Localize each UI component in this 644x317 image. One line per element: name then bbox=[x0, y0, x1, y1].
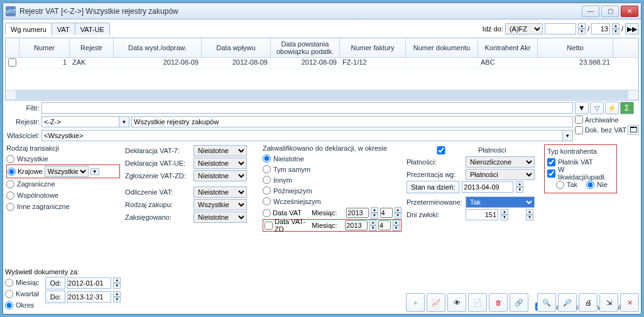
sigma-button[interactable]: Σ bbox=[620, 102, 634, 114]
col-numer[interactable]: Numer bbox=[19, 38, 70, 57]
wys-miesiac[interactable] bbox=[5, 279, 13, 287]
dekl-rodzz[interactable]: Wszystkie bbox=[194, 199, 247, 210]
aux-button[interactable]: 🗔 bbox=[628, 125, 639, 135]
rodzaj-inne[interactable] bbox=[6, 203, 14, 211]
dni-input[interactable] bbox=[466, 209, 498, 220]
filter-clear-button[interactable]: ⚡ bbox=[605, 102, 619, 114]
tab-vat[interactable]: VAT bbox=[52, 23, 75, 35]
do-date[interactable] bbox=[67, 291, 111, 303]
zakw-datavatzd-chk[interactable] bbox=[265, 222, 273, 230]
dropdown-icon[interactable]: ▼ bbox=[90, 168, 99, 175]
filtr-input[interactable] bbox=[41, 102, 573, 114]
grid-scrollbar[interactable] bbox=[6, 90, 638, 100]
stan-date[interactable] bbox=[462, 181, 513, 193]
wlasciciel-input[interactable] bbox=[41, 130, 563, 141]
rodzaj-zagraniczne[interactable] bbox=[6, 180, 14, 188]
goto-spin2[interactable]: ▲▼ bbox=[612, 23, 619, 35]
zakw-wczesniej[interactable] bbox=[263, 197, 271, 205]
goto-num2[interactable] bbox=[591, 23, 610, 35]
search-button[interactable]: 🔍 bbox=[537, 293, 556, 312]
filter-funnel-button[interactable]: ▽ bbox=[590, 102, 604, 114]
add-button[interactable]: ＋ bbox=[406, 293, 425, 312]
zakw-nieistotne[interactable] bbox=[263, 154, 271, 163]
rodzaj-wspolnotowe[interactable] bbox=[6, 191, 14, 200]
col-numer-dok[interactable]: Numer dokumentu bbox=[406, 38, 478, 57]
stan-button[interactable]: Stan na dzień: bbox=[407, 181, 459, 193]
rejestr-name[interactable] bbox=[131, 116, 573, 127]
col-numer-faktury[interactable]: Numer faktury bbox=[340, 38, 406, 57]
dokbezvat-checkbox[interactable] bbox=[575, 126, 583, 134]
do-button[interactable]: Do: bbox=[45, 291, 65, 303]
goto-spin1[interactable]: ▲▼ bbox=[578, 23, 586, 35]
dropdown-icon[interactable]: ▼ bbox=[119, 116, 129, 127]
table-row[interactable]: 1 ZAK 2012-08-09 2012-08-09 2012-08-09 F… bbox=[6, 58, 638, 69]
wyswietl-legend: Wyświetl dokumenty za: bbox=[5, 268, 121, 276]
col-checkbox[interactable] bbox=[6, 38, 19, 57]
goto-button[interactable]: ▶▶ bbox=[625, 23, 639, 35]
zakw-m2[interactable] bbox=[345, 220, 368, 230]
tab-vat-ue[interactable]: VAT-UE bbox=[75, 23, 110, 35]
zakw-m1[interactable] bbox=[346, 208, 369, 218]
goto-num1[interactable] bbox=[545, 23, 576, 35]
goto-group: Idź do: (A)FZ ▲▼ / ▲▼ / ▶▶ bbox=[483, 23, 639, 35]
dekl-vat7[interactable]: Nieistotne bbox=[194, 145, 247, 156]
wys-okres[interactable] bbox=[5, 301, 13, 309]
col-data-wplywu[interactable]: Data wpływu bbox=[202, 38, 271, 57]
zakw-pozniej[interactable] bbox=[263, 186, 271, 195]
dekl-vatzd[interactable]: Nieistotne bbox=[194, 170, 247, 181]
platnosci-checkbox[interactable] bbox=[407, 146, 476, 154]
zakw-m2b[interactable] bbox=[378, 220, 391, 230]
zakw-innym[interactable] bbox=[263, 176, 271, 184]
platnosci-select[interactable]: Nierozliczone bbox=[466, 156, 535, 168]
goto-select[interactable]: (A)FZ bbox=[505, 23, 543, 35]
data-grid[interactable]: Numer Rejestr Data wyst./odpraw. Data wp… bbox=[5, 38, 639, 100]
rodzaj-wszystkie[interactable] bbox=[6, 155, 14, 163]
close-panel-button[interactable]: ✕ bbox=[620, 293, 639, 312]
minimize-button[interactable]: — bbox=[582, 6, 599, 17]
row-checkbox[interactable] bbox=[8, 58, 16, 67]
show-button[interactable]: 👁 bbox=[447, 293, 466, 312]
link-button[interactable]: 🔗 bbox=[510, 293, 528, 312]
likwidacja-checkbox[interactable] bbox=[547, 169, 555, 178]
zakw-datavat[interactable] bbox=[263, 209, 271, 217]
content: Wg numeru VAT VAT-UE Idź do: (A)FZ ▲▼ / … bbox=[3, 19, 641, 314]
rejestr-label: Rejestr: bbox=[5, 118, 40, 126]
print-button[interactable]: 🖨 bbox=[579, 293, 598, 312]
prezentacja-select[interactable]: Płatności bbox=[466, 169, 535, 180]
export-button[interactable]: ⇲ bbox=[599, 293, 618, 312]
filter-dropdown-button[interactable]: ▼ bbox=[575, 102, 589, 114]
search2-button[interactable]: 🔎 bbox=[558, 293, 577, 312]
chart-button[interactable]: 📈 bbox=[427, 293, 445, 312]
delete-button[interactable]: 🗑 bbox=[489, 293, 508, 312]
goto-label: Idź do: bbox=[483, 25, 503, 33]
wys-kwartal[interactable] bbox=[5, 290, 13, 298]
przeterminowane-select[interactable]: Tak bbox=[466, 196, 535, 208]
col-rejestr[interactable]: Rejestr bbox=[70, 38, 114, 57]
dekl-odlicz[interactable]: Nieistotne bbox=[194, 186, 247, 198]
wlasciciel-label: Właściciel: bbox=[5, 132, 40, 139]
col-kontrahent[interactable]: Kontrahent Akr bbox=[478, 38, 538, 57]
col-data-powst[interactable]: Data powstania obowiązku podatk. bbox=[271, 38, 340, 57]
rodzaj-krajowe[interactable] bbox=[8, 168, 16, 176]
platnik-checkbox[interactable] bbox=[547, 158, 555, 166]
dropdown-icon[interactable]: ▼ bbox=[563, 130, 573, 141]
rodzaj-krajowe-select[interactable]: Wszystkie bbox=[45, 166, 89, 177]
close-button[interactable]: ✕ bbox=[621, 6, 638, 17]
zakw-m1b[interactable] bbox=[380, 208, 393, 218]
dekl-zaks[interactable]: Nieistotne bbox=[194, 212, 247, 223]
od-button[interactable]: Od: bbox=[45, 277, 65, 289]
copy-button[interactable]: 📄 bbox=[468, 293, 487, 312]
titlebar: VAT Rejestr VAT [<-Z->] Wszystkie rejest… bbox=[3, 3, 641, 19]
col-data-wyst[interactable]: Data wyst./odpraw. bbox=[114, 38, 202, 57]
dekl-vatue[interactable]: Nieistotne bbox=[194, 158, 247, 169]
maximize-button[interactable]: ▢ bbox=[601, 6, 619, 17]
od-date[interactable] bbox=[67, 277, 111, 289]
zakw-tymsamym[interactable] bbox=[263, 165, 271, 173]
rejestr-code[interactable] bbox=[41, 116, 119, 127]
tab-wg-numeru[interactable]: Wg numeru bbox=[5, 23, 52, 35]
typk-tak[interactable] bbox=[556, 181, 564, 189]
typk-nie[interactable] bbox=[586, 181, 594, 189]
archiwalne-checkbox[interactable] bbox=[575, 116, 583, 124]
main-window: VAT Rejestr VAT [<-Z->] Wszystkie rejest… bbox=[3, 3, 641, 314]
col-netto[interactable]: Netto bbox=[538, 38, 613, 57]
